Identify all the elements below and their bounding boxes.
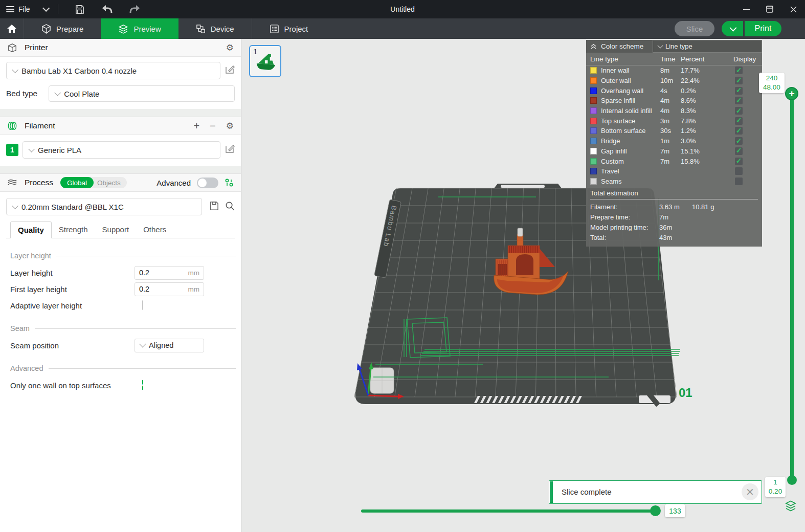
legend-row: Inner wall 8m 17.7% [586,65,762,76]
estimation-row: Filament: 3.63 m 10.81 g [590,202,762,212]
line-type-percent: 1.2% [681,127,735,135]
process-section-title: Process [25,178,53,187]
bottom-layer-number: 1 [767,478,784,487]
line-type-time: 10m [660,77,681,84]
estimation-value: 43m [659,234,692,241]
seam-position-select[interactable]: Aligned [135,339,204,352]
line-type-color-chip [590,67,597,74]
layer-slider-track[interactable] [790,94,794,480]
legend-row: Custom 7m 15.8% [586,156,762,166]
redo-button[interactable] [124,0,146,18]
layer-height-section-header: Layer height [10,252,236,260]
only-one-wall-checkbox[interactable] [142,380,143,390]
scope-global-pill[interactable]: Global [60,177,94,188]
column-time: Time [660,55,681,63]
search-preset-button[interactable] [225,201,235,213]
line-type-time: 4m [660,107,681,115]
layer-slider-top-handle[interactable]: + [785,87,798,100]
tab-others[interactable]: Others [136,221,173,238]
prepare-icon [41,24,51,34]
line-type-color-chip [590,168,597,174]
process-section-header: Process Global Objects Advanced [0,174,241,192]
minimize-button[interactable] [734,0,758,18]
remove-filament-button[interactable]: − [210,121,216,131]
advanced-toggle[interactable] [197,178,218,188]
display-checkbox[interactable] [735,107,743,115]
filament-slot-badge[interactable]: 1 [6,144,18,156]
first-layer-height-value: 0.2 [139,285,149,293]
display-checkbox[interactable] [735,127,743,135]
moves-slider-track[interactable] [361,509,656,513]
line-type-percent: 17.7% [681,66,735,74]
moves-slider-handle[interactable] [650,505,661,516]
toast-close-button[interactable]: ✕ [742,483,758,500]
line-type-name: Internal solid infill [601,107,660,115]
line-type-legend-panel: Color scheme Line type Line type Time Pe… [586,40,762,247]
bed-type-select[interactable]: Cool Plate [49,85,235,102]
main-tab-bar: Prepare Preview Device Project Slice Pri… [0,18,805,39]
preview-3d-viewport[interactable]: Bambu Lab [241,39,804,532]
project-icon [270,24,279,34]
line-type-time: 1m [660,137,681,145]
tab-support[interactable]: Support [95,221,137,238]
hamburger-icon [6,6,14,12]
printer-settings-gear-icon[interactable]: ⚙ [226,43,234,52]
tab-prepare[interactable]: Prepare [24,18,101,39]
color-scheme-select[interactable]: Line type [653,40,762,53]
save-preset-button[interactable] [209,201,219,213]
display-checkbox[interactable] [735,117,743,125]
display-checkbox[interactable] [735,147,743,155]
display-checkbox[interactable] [735,137,743,145]
file-menu[interactable]: File [6,5,30,13]
display-checkbox[interactable] [735,97,743,104]
layer-slider-top-tooltip: 240 48.00 [759,73,785,93]
adaptive-layer-height-label: Adaptive layer height [10,301,82,310]
save-button[interactable] [69,0,91,18]
close-button[interactable] [781,0,805,18]
undo-button[interactable] [96,0,119,18]
home-button[interactable] [0,18,24,39]
tab-device[interactable]: Device [178,18,252,39]
benchy-thumbnail-icon [255,53,277,72]
filament-settings-gear-icon[interactable]: ⚙ [226,122,234,130]
layer-height-label: Layer height [10,269,53,277]
slice-button[interactable]: Slice [675,21,714,36]
file-menu-chevron-icon[interactable] [42,5,50,12]
display-checkbox[interactable] [735,158,743,165]
display-checkbox[interactable] [735,178,743,185]
tab-quality[interactable]: Quality [10,221,52,238]
adaptive-layer-height-checkbox[interactable] [142,300,143,310]
edit-printer-button[interactable] [225,64,235,77]
print-button[interactable]: Print [745,21,781,36]
bottom-layer-height: 0.20 [767,487,784,496]
display-checkbox[interactable] [735,77,743,84]
estimation-label: Prepare time: [590,213,659,221]
layer-height-input[interactable]: 0.2 mm [135,266,204,280]
estimation-row: Prepare time: 7m [590,212,762,222]
plate-thumbnail[interactable]: 1 [249,45,281,77]
process-preset-select[interactable]: 0.20mm Standard @BBL X1C [6,198,202,215]
collapse-panel-icon[interactable] [590,43,597,50]
display-checkbox[interactable] [735,66,743,74]
tab-preview[interactable]: Preview [101,18,178,39]
layer-slider-bottom-handle[interactable] [787,475,797,485]
compare-presets-icon[interactable] [225,178,234,187]
tab-project[interactable]: Project [252,18,326,39]
display-checkbox[interactable] [735,167,743,175]
chevron-down-icon [28,146,35,152]
tab-strength[interactable]: Strength [52,221,95,238]
display-checkbox[interactable] [735,87,743,95]
legend-row: Outer wall 10m 22.4% [586,76,762,86]
search-icon [225,201,235,211]
printer-preset-select[interactable]: Bambu Lab X1 Carbon 0.4 nozzle [6,62,220,79]
layers-icon[interactable] [785,499,797,512]
edit-filament-button[interactable] [225,144,235,156]
chevron-down-icon [729,25,736,32]
filament-preset-select[interactable]: Generic PLA [23,141,220,159]
maximize-button[interactable] [758,0,781,18]
print-dropdown-button[interactable] [722,21,743,36]
first-layer-height-input[interactable]: 0.2 mm [135,282,204,296]
add-filament-button[interactable]: + [193,121,199,131]
scope-objects-pill[interactable]: Objects [94,179,121,187]
process-scope-switch[interactable]: Global Objects [60,177,127,188]
